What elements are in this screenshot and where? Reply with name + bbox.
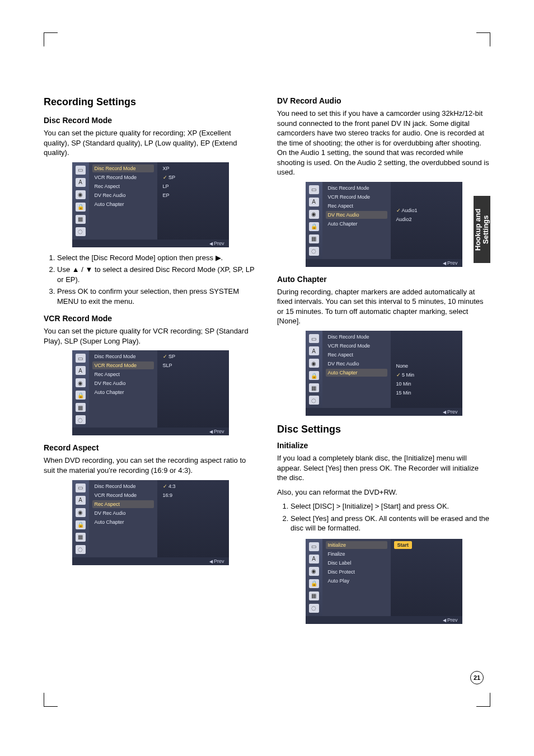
option: 16:9: [161, 491, 226, 499]
menu-item: Auto Chapter: [326, 369, 387, 377]
nav-icon: ◉: [76, 378, 86, 387]
disc-settings-heading: Disc Settings: [277, 424, 490, 435]
menu-item: DV Rec Audio: [326, 360, 387, 368]
menu-item: Rec Aspect: [92, 370, 154, 378]
menu-item: DV Rec Audio: [92, 509, 154, 517]
menu-item: Disc Record Mode: [92, 482, 154, 490]
disc-record-mode-body: You can set the picture quality for reco…: [44, 128, 257, 158]
menu-item: VCR Record Mode: [92, 173, 154, 181]
vcr-record-mode-heading: VCR Record Mode: [44, 314, 257, 323]
nav-icon: 🔒: [76, 391, 86, 400]
nav-icon: 🔒: [309, 579, 319, 588]
nav-icon: ▦: [309, 234, 319, 243]
option: EP: [161, 191, 226, 199]
menu-item: Auto Chapter: [92, 200, 154, 208]
option: SLP: [161, 361, 226, 369]
option-selected: SP: [161, 353, 226, 360]
menu-item: Auto Chapter: [92, 518, 154, 526]
nav-icon: ◉: [76, 190, 86, 199]
crop-mark: [476, 693, 490, 707]
menu-item: Rec Aspect: [92, 182, 154, 190]
nav-icon: ▦: [76, 403, 86, 412]
crop-mark: [476, 32, 490, 46]
step-item: Select [Yes] and press OK. All contents …: [291, 514, 490, 533]
menu-item: Finalize: [326, 550, 387, 558]
screenshot-vcr-record-mode: ▭ A ◉ 🔒 ▦ ◌ Disc Record Mode VCR Record …: [72, 350, 229, 435]
menu-item: Rec Aspect: [326, 351, 387, 359]
menu-item: DV Rec Audio: [92, 379, 154, 387]
nav-icon: ▭: [76, 354, 86, 363]
screenshot-initialize: ▭ A ◉ 🔒 ▦ ◌ Initialize Finalize Disc Lab…: [306, 539, 462, 624]
option: Audio2: [394, 215, 459, 223]
step-item: Select the [Disc Record Mode] option the…: [57, 253, 257, 263]
disc-record-mode-heading: Disc Record Mode: [44, 116, 257, 125]
nav-icon: ◌: [76, 415, 86, 424]
nav-icon: A: [76, 496, 86, 505]
step-item: Use ▲ / ▼ to select a desired Disc Recor…: [57, 265, 257, 284]
option: XP: [161, 165, 226, 172]
option: LP: [161, 182, 226, 190]
step-item: Select [DISC] > [Initialize] > [Start] a…: [291, 501, 490, 511]
prev-footer: Prev: [306, 616, 462, 624]
nav-icon: ◉: [76, 508, 86, 517]
nav-icon: 🔒: [76, 520, 86, 529]
menu-item: VCR Record Mode: [92, 361, 154, 369]
initialize-body-2: Also, you can reformat the DVD+RW.: [277, 487, 490, 497]
menu-item: DV Rec Audio: [326, 211, 387, 219]
nav-icon: ▭: [309, 334, 319, 343]
menu-item: VCR Record Mode: [92, 491, 154, 499]
nav-icon: ◌: [309, 604, 319, 613]
menu-item: Disc Record Mode: [92, 353, 154, 360]
record-aspect-body: When DVD recording, you can set the reco…: [44, 456, 257, 475]
nav-icon: ▦: [76, 215, 86, 224]
nav-icon: ◌: [309, 247, 319, 256]
menu-item: Initialize: [326, 541, 387, 549]
nav-icon: ▦: [309, 591, 319, 600]
option-selected: 5 Min: [394, 371, 459, 379]
menu-item: Disc Record Mode: [92, 165, 154, 172]
nav-icon: ▭: [309, 542, 319, 551]
nav-icon: A: [76, 178, 86, 187]
option-selected: SP: [161, 173, 226, 181]
screenshot-disc-record-mode: ▭ A ◉ 🔒 ▦ ◌ Disc Record Mode VCR Record …: [72, 162, 229, 247]
menu-item: DV Rec Audio: [92, 191, 154, 199]
step-item: Press OK to confirm your selection, then…: [57, 287, 257, 306]
page-number: 21: [470, 671, 484, 684]
record-aspect-heading: Record Aspect: [44, 443, 257, 452]
menu-item: Rec Aspect: [326, 202, 387, 210]
option: 10 Min: [394, 380, 459, 388]
menu-item: Disc Label: [326, 559, 387, 567]
nav-icon: ◌: [76, 545, 86, 554]
nav-icon: ▭: [76, 483, 86, 492]
nav-icon: 🔒: [309, 371, 319, 380]
menu-item: Disc Record Mode: [326, 184, 387, 192]
initialize-heading: Initialize: [277, 441, 490, 450]
option-selected: 4:3: [161, 482, 226, 490]
nav-icon: ▭: [309, 185, 319, 194]
nav-icon: ▭: [76, 166, 86, 175]
nav-icon: ◉: [309, 567, 319, 576]
nav-icon: A: [309, 555, 319, 564]
screenshot-auto-chapter: ▭ A ◉ 🔒 ▦ ◌ Disc Record Mode VCR Record …: [306, 331, 462, 416]
crop-mark: [44, 32, 58, 46]
option: 15 Min: [394, 389, 459, 397]
option: None: [394, 362, 459, 370]
auto-chapter-body: During recording, chapter markers are ad…: [277, 287, 490, 326]
prev-footer: Prev: [306, 408, 462, 416]
vcr-record-mode-body: You can set the picture quality for VCR …: [44, 326, 257, 346]
screenshot-record-aspect: ▭ A ◉ 🔒 ▦ ◌ Disc Record Mode VCR Record …: [72, 480, 229, 565]
crop-mark: [44, 693, 58, 707]
prev-footer: Prev: [306, 259, 462, 267]
prev-footer: Prev: [72, 240, 229, 247]
nav-icon: 🔒: [309, 222, 319, 231]
nav-icon: ◉: [309, 210, 319, 219]
prev-footer: Prev: [72, 557, 229, 565]
nav-icon: ▦: [309, 383, 319, 392]
menu-item: Rec Aspect: [92, 500, 154, 508]
side-tab-label: Hookup and Settings: [474, 196, 490, 263]
menu-item: Auto Play: [326, 577, 387, 585]
nav-icon: A: [309, 346, 319, 355]
dv-record-audio-heading: DV Record Audio: [277, 96, 490, 105]
nav-icon: ▦: [76, 533, 86, 542]
nav-icon: ◉: [309, 359, 319, 368]
